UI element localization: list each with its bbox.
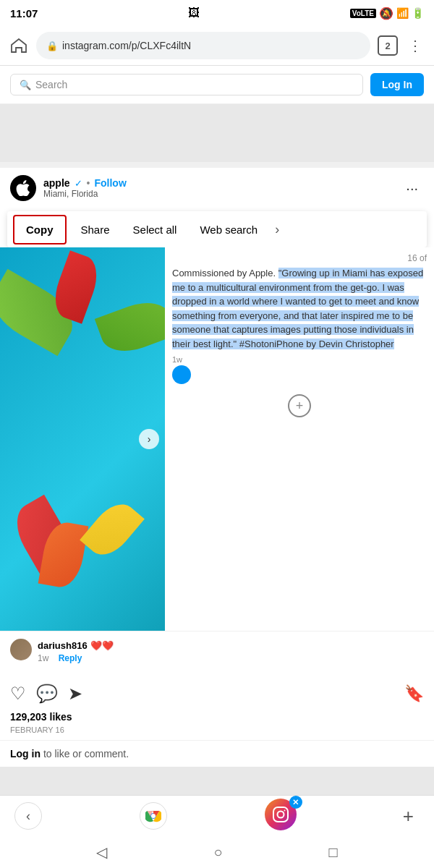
post-image: › (0, 247, 165, 631)
status-time: 11:07 (10, 7, 38, 20)
tab-close-badge[interactable]: ✕ (289, 796, 302, 809)
post-header: apple ✓ • Follow Miami, Florida ··· (0, 168, 434, 208)
apple-avatar (10, 175, 36, 201)
instagram-tab[interactable]: ✕ (265, 799, 299, 833)
post-container: apple ✓ • Follow Miami, Florida ··· Copy… (0, 168, 434, 767)
commenter-time: 1w (38, 653, 48, 663)
verified-badge: ✓ (75, 178, 82, 189)
dot-separator: • (87, 177, 90, 189)
browser-menu-icon[interactable]: ⋮ (405, 34, 425, 57)
comment-time: 1w (172, 355, 427, 364)
post-location: Miami, Florida (43, 189, 400, 199)
commenter-avatar (10, 639, 32, 660)
caption-selected: "Growing up in Miami has exposed me to a… (172, 268, 423, 349)
back-button[interactable]: ‹ (14, 802, 42, 830)
commenter-avatar-blue (172, 365, 191, 384)
tab-count[interactable]: 2 (378, 35, 398, 56)
context-menu: Copy Share Select all Web search › (7, 211, 427, 247)
url-bar[interactable]: 🔒 instagram.com/p/CLXFc4iltN (36, 32, 370, 59)
web-search-menu-item[interactable]: Web search (188, 216, 269, 243)
commenter-username[interactable]: dariush816 (38, 640, 88, 651)
home-icon[interactable] (9, 35, 29, 56)
status-icons: VoLTE 🔕 📶 🔋 (350, 7, 424, 20)
reply-button[interactable]: Reply (59, 653, 82, 663)
comment-icon[interactable]: 💬 (36, 684, 58, 704)
caption-text[interactable]: Commissioned by Apple. "Growing up in Mi… (172, 266, 427, 351)
next-image-button[interactable]: › (139, 429, 159, 449)
action-icons: ♡ 💬 ➤ (10, 684, 404, 704)
expand-button-wrap: + (172, 390, 427, 422)
android-nav-bar: ◁ ○ □ (0, 836, 434, 868)
login-prompt-rest: to like or comment. (43, 748, 129, 760)
android-back-icon[interactable]: ◁ (96, 843, 107, 861)
bottom-nav: ‹ ✕ (0, 795, 434, 868)
search-placeholder: Search (35, 79, 67, 90)
share-icon[interactable]: ➤ (68, 684, 82, 704)
svg-point-1 (151, 814, 156, 818)
svg-point-3 (277, 812, 284, 818)
select-all-menu-item[interactable]: Select all (122, 216, 189, 243)
bottom-tabs: ‹ ✕ (0, 796, 434, 836)
comment-avatar-row (172, 365, 427, 384)
likes-count: 129,203 likes (0, 711, 434, 726)
android-home-icon[interactable]: ○ (213, 844, 222, 861)
browser-bar: 🔒 instagram.com/p/CLXFc4iltN 2 ⋮ (0, 26, 434, 66)
expand-comments-button[interactable]: + (288, 394, 311, 417)
post-body: › 16 of Commissioned by Apple. "Growing … (0, 247, 434, 631)
petal-green2 (95, 294, 165, 360)
post-caption-area: 16 of Commissioned by Apple. "Growing up… (165, 247, 434, 631)
status-photo-icon: 🖼 (188, 7, 200, 20)
svg-rect-2 (273, 807, 288, 822)
new-tab-button[interactable]: + (397, 802, 420, 830)
context-menu-overlay: Copy Share Select all Web search › › (0, 208, 434, 631)
comments-section: dariush816 ❤️❤️ 1w Reply (0, 631, 434, 676)
comment-row: dariush816 ❤️❤️ 1w Reply (10, 639, 424, 663)
comment-meta: 1w Reply (38, 653, 114, 663)
share-menu-item[interactable]: Share (69, 216, 122, 243)
action-bar: ♡ 💬 ➤ 🔖 (0, 676, 434, 711)
post-user-info: apple ✓ • Follow Miami, Florida (43, 177, 400, 199)
login-prompt-link[interactable]: Log in (10, 748, 41, 760)
more-arrow-icon[interactable]: › (269, 215, 285, 244)
login-button[interactable]: Log In (370, 73, 424, 96)
android-recents-icon[interactable]: □ (328, 844, 337, 861)
like-icon[interactable]: ♡ (10, 684, 26, 704)
login-prompt: Log in to like or comment. (0, 740, 434, 767)
battery-icon: 🔋 (412, 7, 424, 19)
ig-search-bar: 🔍 Search Log In (0, 66, 434, 104)
post-username[interactable]: apple (43, 177, 70, 189)
copy-menu-item[interactable]: Copy (13, 215, 67, 244)
bookmark-icon[interactable]: 🔖 (404, 684, 424, 703)
petal-yellow (80, 495, 145, 563)
gray-spacer (0, 104, 434, 162)
post-date: February 16 (0, 726, 434, 740)
lock-icon: 🔒 (46, 41, 58, 51)
search-input-wrap[interactable]: 🔍 Search (10, 74, 363, 95)
bell-icon: 🔕 (379, 7, 393, 20)
post-username-row: apple ✓ • Follow (43, 177, 400, 189)
volte-indicator: VoLTE (350, 9, 376, 18)
commenter-emojis: ❤️❤️ (90, 640, 114, 651)
caption-pre: Commissioned by Apple. (172, 268, 278, 278)
svg-point-4 (284, 810, 285, 812)
status-bar: 11:07 🖼 VoLTE 🔕 📶 🔋 (0, 0, 434, 26)
chrome-icon[interactable] (140, 802, 167, 830)
post-more-icon[interactable]: ··· (400, 177, 424, 200)
comment-time-label: 1w (172, 355, 182, 364)
signal-icon: 📶 (396, 7, 409, 19)
comment-content: dariush816 ❤️❤️ 1w Reply (38, 639, 114, 663)
search-icon: 🔍 (20, 80, 31, 90)
back-icon: ‹ (26, 809, 30, 824)
follow-button[interactable]: Follow (94, 177, 126, 189)
url-text: instagram.com/p/CLXFc4iltN (62, 40, 191, 51)
page-indicator: 16 of (172, 253, 427, 263)
